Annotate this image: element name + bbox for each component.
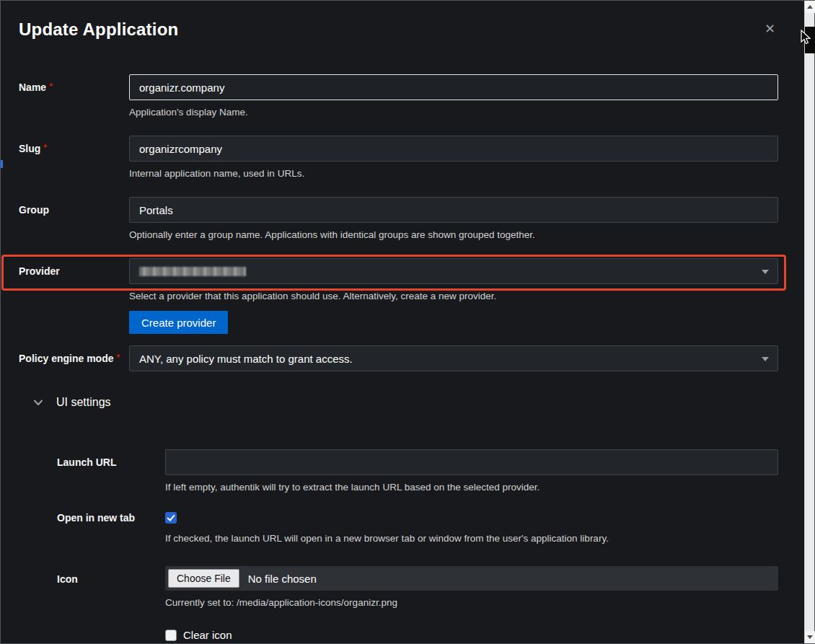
scrollbar-up-arrow-icon[interactable]	[805, 1, 815, 13]
field-slug: Slug* Internal application name, used in…	[19, 136, 778, 180]
policy-engine-mode-select[interactable]: ANY, any policy must match to grant acce…	[129, 345, 778, 371]
field-policy-engine-mode: Policy engine mode* ANY, any policy must…	[19, 345, 778, 371]
policy-engine-mode-value: ANY, any policy must match to grant acce…	[139, 353, 353, 365]
name-label: Name*	[19, 74, 129, 118]
name-input[interactable]	[129, 74, 778, 100]
provider-label: Provider	[19, 258, 129, 334]
page-title: Update Application	[19, 19, 178, 40]
create-provider-button[interactable]: Create provider	[129, 311, 228, 334]
clear-icon-label: Clear icon	[183, 629, 232, 641]
group-help: Optionally enter a group name. Applicati…	[129, 229, 778, 241]
group-label: Group	[19, 197, 129, 241]
required-asterisk: *	[49, 81, 53, 92]
field-name: Name* Application's display Name.	[19, 74, 778, 118]
launch-url-input[interactable]	[165, 449, 778, 475]
policy-engine-mode-label: Policy engine mode*	[19, 345, 129, 371]
chevron-down-icon	[33, 397, 43, 407]
open-in-new-tab-checkbox[interactable]	[165, 512, 177, 524]
slug-label: Slug*	[19, 136, 129, 180]
scrollbar-thumb[interactable]	[805, 27, 815, 53]
file-chosen-status: No file chosen	[248, 573, 317, 585]
provider-help: Select a provider that this application …	[129, 290, 778, 302]
field-provider: Provider Select a provider that this app…	[19, 258, 778, 334]
close-icon[interactable]: ✕	[762, 19, 778, 38]
field-launch-url: Launch URL If left empty, authentik will…	[57, 449, 778, 493]
name-help: Application's display Name.	[129, 106, 778, 118]
chevron-down-icon	[762, 357, 769, 361]
field-open-in-new-tab: Open in new tab If checked, the launch U…	[57, 512, 778, 544]
group-input[interactable]	[129, 197, 778, 223]
field-icon: Icon Choose File No file chosen Currentl…	[57, 566, 778, 609]
choose-file-button[interactable]: Choose File	[168, 569, 239, 588]
required-asterisk: *	[116, 353, 120, 363]
ui-settings-section-toggle[interactable]: UI settings	[33, 392, 778, 413]
scrollbar-down-arrow-icon[interactable]	[805, 631, 815, 643]
icon-file-input[interactable]: Choose File No file chosen	[165, 566, 778, 591]
launch-url-help: If left empty, authentik will try to ext…	[165, 481, 778, 493]
vertical-scrollbar[interactable]	[804, 1, 814, 643]
slug-input[interactable]	[129, 136, 778, 162]
clear-icon-checkbox[interactable]	[165, 630, 177, 641]
open-in-new-tab-help: If checked, the launch URL will open in …	[165, 532, 778, 544]
launch-url-label: Launch URL	[57, 449, 165, 493]
required-asterisk: *	[43, 143, 47, 153]
open-in-new-tab-label: Open in new tab	[57, 512, 165, 544]
slug-help: Internal application name, used in URLs.	[129, 167, 778, 180]
icon-label: Icon	[57, 566, 165, 609]
modal-content: Update Application ✕ Name* Application's…	[1, 1, 804, 643]
ui-settings-section-title: UI settings	[56, 396, 111, 409]
provider-redacted-value	[139, 267, 246, 276]
background-page-sliver	[1, 160, 3, 168]
icon-help: Currently set to: /media/application-ico…	[165, 596, 778, 609]
field-clear-icon: Clear icon	[57, 629, 778, 641]
provider-select[interactable]	[129, 258, 778, 284]
modal-header: Update Application ✕	[19, 19, 778, 40]
update-application-modal: Update Application ✕ Name* Application's…	[0, 0, 815, 644]
application-form: Name* Application's display Name. Slug* …	[19, 74, 778, 641]
field-group: Group Optionally enter a group name. App…	[19, 197, 778, 241]
chevron-down-icon	[762, 270, 769, 274]
